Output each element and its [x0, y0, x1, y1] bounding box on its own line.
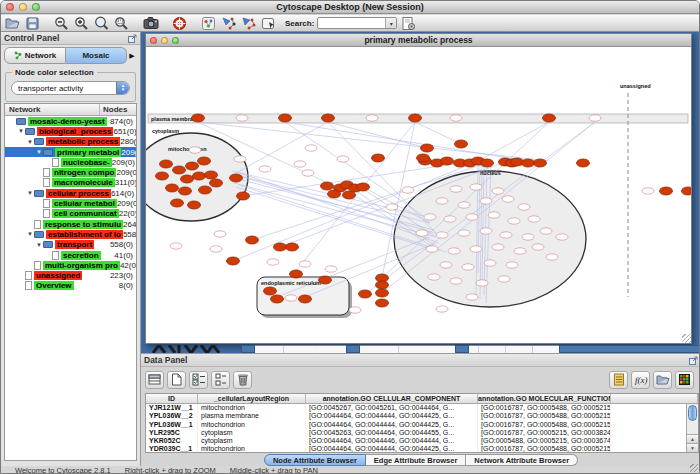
- tab-overflow-arrow[interactable]: ▶: [127, 47, 137, 64]
- tab-network[interactable]: Network: [4, 47, 66, 64]
- node-selected[interactable]: [543, 114, 556, 122]
- node[interactable]: [259, 166, 271, 172]
- background-window-sliver[interactable]: [469, 345, 559, 353]
- node-selected[interactable]: [359, 290, 372, 298]
- tree-row-nitrogen-compo[interactable]: nitrogen compo209(0): [5, 167, 136, 177]
- table-row-ypl036w__1[interactable]: YPL036W__1mitochondrion[GO:0044464, GO:0…: [146, 421, 698, 429]
- node-selected[interactable]: [166, 184, 179, 192]
- tree-row-mosaic-demo-yeast[interactable]: mosaic-demo-yeast874(0): [5, 116, 136, 126]
- node-selected[interactable]: [246, 236, 259, 244]
- expand-arrow-icon[interactable]: ▼: [17, 128, 25, 134]
- snapshot-button[interactable]: [142, 16, 159, 31]
- vizmapper-button[interactable]: [200, 16, 217, 31]
- node[interactable]: [458, 202, 470, 208]
- node[interactable]: [234, 156, 246, 162]
- node-selected[interactable]: [660, 187, 673, 195]
- zoom-out-button[interactable]: [53, 16, 70, 31]
- node-selected[interactable]: [186, 162, 199, 170]
- edge[interactable]: [415, 122, 461, 144]
- tree-row-cell-communicat[interactable]: cell communicat22(0): [5, 209, 136, 219]
- background-window-edge[interactable]: [346, 345, 360, 353]
- scroll-down-arrow[interactable]: ▼: [687, 443, 698, 452]
- background-window-labels[interactable]: [149, 345, 241, 353]
- node[interactable]: [436, 306, 448, 312]
- expand-arrow-icon[interactable]: ▼: [26, 190, 34, 196]
- node[interactable]: [210, 246, 222, 252]
- tree-row-primary-metabol[interactable]: ▼primary metabol209(...: [5, 147, 136, 157]
- node[interactable]: [500, 232, 512, 238]
- node[interactable]: [514, 248, 526, 254]
- node[interactable]: [502, 196, 514, 202]
- node[interactable]: [450, 115, 462, 121]
- node[interactable]: [480, 198, 492, 204]
- node-selected[interactable]: [179, 187, 192, 195]
- node-selected[interactable]: [376, 289, 389, 297]
- formula-builder-button[interactable]: f(x): [631, 371, 650, 389]
- node[interactable]: [386, 204, 398, 210]
- tree-row-multi-organism-pro[interactable]: multi-organism pro42(0): [5, 260, 136, 270]
- expand-arrow-icon[interactable]: ▼: [35, 149, 43, 155]
- tab-mosaic[interactable]: Mosaic: [66, 47, 127, 64]
- search-combo[interactable]: ▾: [317, 17, 397, 29]
- node-selected[interactable]: [199, 186, 212, 194]
- zoom-region-button[interactable]: [113, 16, 130, 31]
- node[interactable]: [302, 170, 314, 176]
- node[interactable]: [480, 228, 492, 234]
- background-window-sliver[interactable]: [360, 345, 455, 353]
- tree-row-nucleobase-[interactable]: nucleobase-209(0): [5, 157, 136, 167]
- node-selected[interactable]: [286, 243, 299, 251]
- search-dropdown-arrow[interactable]: ▾: [385, 18, 396, 28]
- background-window-edge[interactable]: [241, 345, 255, 353]
- node[interactable]: [450, 278, 462, 284]
- node[interactable]: [488, 212, 500, 218]
- expand-arrow-icon[interactable]: ▼: [35, 242, 43, 248]
- node-selected[interactable]: [372, 154, 385, 162]
- node[interactable]: [366, 115, 378, 121]
- tree-row-biological-process[interactable]: ▼biological_process651(0): [5, 126, 136, 136]
- node[interactable]: [458, 230, 470, 236]
- node-selected[interactable]: [577, 159, 590, 167]
- node-selected[interactable]: [188, 201, 201, 209]
- node-selected[interactable]: [321, 182, 334, 190]
- tree-row-cellular-metabol[interactable]: cellular metabol209(0): [5, 198, 136, 208]
- node[interactable]: [450, 186, 462, 192]
- background-window-edge[interactable]: [559, 345, 700, 353]
- node[interactable]: [428, 274, 440, 280]
- table-row-ydr039c__1[interactable]: YDR039C__1mitochondrion[GO:0044464, GO:0…: [146, 445, 698, 453]
- float-panel-icon[interactable]: [689, 356, 698, 365]
- node[interactable]: [402, 187, 414, 193]
- column-header--cellularlayoutregion[interactable]: _cellularLayoutRegion: [198, 394, 306, 403]
- node-selected[interactable]: [376, 281, 389, 289]
- node-selected[interactable]: [264, 287, 277, 295]
- node-selected[interactable]: [230, 174, 243, 182]
- annotation-button[interactable]: [260, 16, 277, 31]
- new-attribute-button[interactable]: [167, 371, 186, 389]
- select-attributes-button[interactable]: [189, 371, 208, 389]
- tree-column-nodes[interactable]: Nodes: [100, 104, 136, 115]
- node[interactable]: [416, 230, 428, 236]
- node[interactable]: [492, 188, 504, 194]
- node[interactable]: [426, 246, 438, 252]
- background-window-sliver[interactable]: [241, 345, 346, 353]
- scrollbar-thumb[interactable]: [688, 405, 697, 421]
- tab-edge-attribute-browser[interactable]: Edge Attribute Browser: [366, 454, 466, 466]
- float-panel-icon[interactable]: [128, 34, 137, 43]
- notes-button[interactable]: [609, 371, 628, 389]
- node-selected[interactable]: [376, 299, 389, 307]
- node-selected[interactable]: [173, 166, 186, 174]
- network-window-titlebar[interactable]: primary metabolic process: [146, 34, 691, 47]
- node-selected[interactable]: [343, 191, 356, 199]
- node[interactable]: [285, 295, 297, 301]
- node-selected[interactable]: [271, 295, 284, 303]
- node-selected[interactable]: [522, 159, 535, 167]
- tree-row-response-to-stimulu[interactable]: response to stimulu264(0): [5, 219, 136, 229]
- node[interactable]: [466, 294, 478, 300]
- node[interactable]: [466, 214, 478, 220]
- node-selected[interactable]: [237, 192, 250, 200]
- expand-arrow-icon[interactable]: ▼: [26, 139, 34, 145]
- tree-row-cellular-process[interactable]: ▼cellular process614(0): [5, 188, 136, 198]
- tree-row-metabolic-process[interactable]: ▼metabolic process280(0): [5, 137, 136, 147]
- node-selected[interactable]: [455, 140, 468, 148]
- node[interactable]: [294, 161, 306, 167]
- node[interactable]: [589, 115, 601, 121]
